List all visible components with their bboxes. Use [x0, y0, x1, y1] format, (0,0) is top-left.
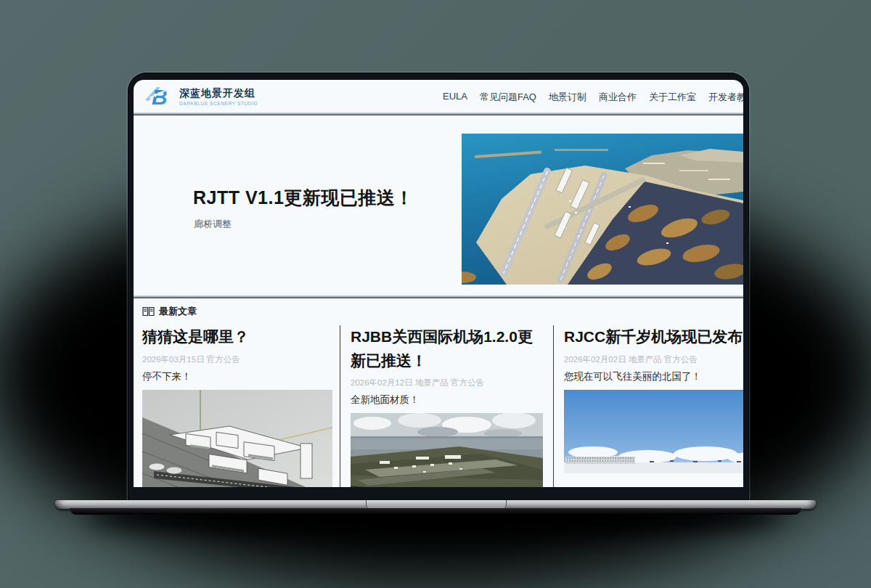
nav-item-custom-scenery[interactable]: 地景订制 — [549, 91, 586, 104]
nav-item-dev-tutorial[interactable]: 开发者教程 — [708, 91, 743, 104]
laptop-base-underside — [70, 508, 801, 515]
hero-subtitle: 廊桥调整 — [194, 218, 232, 231]
nav-item-business[interactable]: 商业合作 — [599, 91, 637, 104]
latest-section-label: 最新文章 — [142, 305, 197, 318]
rjtt-aerial-illustration — [462, 134, 743, 285]
article-card: RJCC新千岁机场现已发布！ 2026年02月02日 地景产品 官方公告 您现在… — [554, 325, 743, 487]
site-header: B 深蓝地景开发组 DARKBLUE SCENERY STUDIO EULA 常… — [134, 80, 743, 113]
main-nav: EULA 常见问题FAQ 地景订制 商业合作 关于工作室 开发者教程 购买地景 — [443, 91, 743, 104]
article-meta: 2026年02月02日 地景产品 官方公告 — [564, 354, 743, 365]
rjbb-aerial-illustration — [351, 413, 543, 487]
article-card: 猜猜这是哪里？ 2026年03月15日 官方公告 停不下来！ — [142, 325, 340, 487]
sketchup-model-illustration — [142, 390, 332, 487]
section-divider — [134, 295, 743, 298]
logo-text: 深蓝地景开发组 DARKBLUE SCENERY STUDIO — [179, 87, 258, 106]
article-list: 猜猜这是哪里？ 2026年03月15日 官方公告 停不下来！ — [142, 325, 743, 487]
browser-page: B 深蓝地景开发组 DARKBLUE SCENERY STUDIO EULA 常… — [134, 80, 743, 487]
hero-image[interactable] — [462, 134, 743, 285]
article-desc: 您现在可以飞往美丽的北国了！ — [564, 370, 743, 383]
article-thumbnail[interactable] — [142, 390, 332, 487]
logo-subtitle: DARKBLUE SCENERY STUDIO — [179, 101, 258, 106]
article-thumbnail[interactable] — [351, 413, 543, 487]
article-title[interactable]: 猜猜这是哪里？ — [142, 325, 332, 349]
rjcc-sky-illustration — [564, 390, 743, 473]
logo-title: 深蓝地景开发组 — [179, 87, 258, 100]
hero-title: RJTT V1.1更新现已推送！ — [193, 186, 414, 210]
article-desc: 停不下来！ — [142, 370, 332, 383]
nav-item-about[interactable]: 关于工作室 — [649, 91, 696, 104]
article-title[interactable]: RJBB关西国际机场1.2.0更新已推送！ — [351, 325, 543, 372]
article-desc: 全新地面材质！ — [351, 393, 543, 407]
nav-item-eula[interactable]: EULA — [443, 91, 467, 104]
article-thumbnail[interactable] — [564, 390, 743, 473]
article-meta: 2026年02月12日 地景产品 官方公告 — [351, 377, 543, 388]
logo[interactable]: B 深蓝地景开发组 DARKBLUE SCENERY STUDIO — [145, 84, 258, 109]
article-title[interactable]: RJCC新千岁机场现已发布！ — [564, 325, 743, 349]
open-book-icon — [142, 306, 155, 317]
logo-mark-icon: B — [145, 84, 174, 109]
latest-section-title: 最新文章 — [159, 305, 197, 318]
article-card: RJBB关西国际机场1.2.0更新已推送！ 2026年02月12日 地景产品 官… — [340, 325, 553, 487]
svg-text:B: B — [152, 85, 168, 109]
stage: B 深蓝地景开发组 DARKBLUE SCENERY STUDIO EULA 常… — [0, 0, 871, 588]
nav-item-faq[interactable]: 常见问题FAQ — [480, 91, 536, 104]
header-divider — [134, 113, 743, 115]
article-meta: 2026年03月15日 官方公告 — [142, 354, 332, 365]
